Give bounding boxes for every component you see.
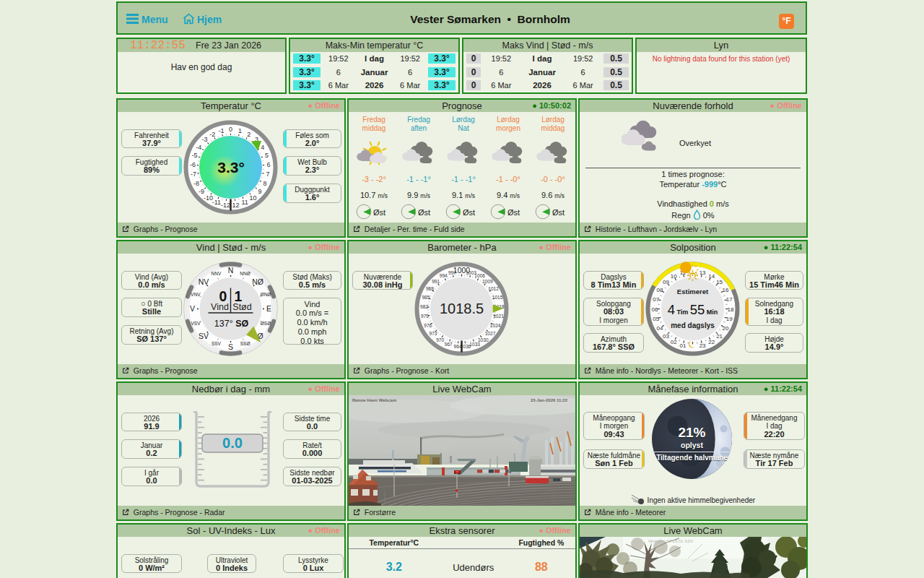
svg-text:1018.5: 1018.5 bbox=[440, 301, 484, 316]
svg-text:-7: -7 bbox=[191, 171, 196, 178]
svg-text:1006: 1006 bbox=[474, 273, 485, 278]
svg-text:Rønne Havn Webcam: Rønne Havn Webcam bbox=[352, 398, 396, 402]
svg-text:19: 19 bbox=[726, 316, 733, 322]
svg-text:10: 10 bbox=[671, 273, 677, 280]
svg-text:-10: -10 bbox=[204, 194, 213, 202]
svg-text:NNØ: NNØ bbox=[240, 271, 250, 276]
svg-text:-6: -6 bbox=[190, 161, 196, 168]
svg-text:8: 8 bbox=[263, 180, 267, 187]
svg-text:1009: 1009 bbox=[482, 279, 493, 284]
svg-text:3.3°: 3.3° bbox=[217, 159, 245, 176]
svg-text:1027: 1027 bbox=[485, 331, 496, 336]
svg-text:V: V bbox=[190, 304, 195, 313]
svg-text:04: 04 bbox=[657, 325, 663, 332]
svg-text:SV: SV bbox=[199, 332, 209, 340]
svg-text:VSV: VSV bbox=[191, 321, 201, 326]
svg-text:985: 985 bbox=[422, 295, 430, 300]
svg-text:-5: -5 bbox=[192, 152, 198, 159]
svg-text:970: 970 bbox=[436, 337, 444, 342]
svg-text:Øst: Øst bbox=[418, 208, 430, 217]
svg-text:10: 10 bbox=[249, 194, 256, 202]
svg-text:1015: 1015 bbox=[492, 295, 503, 300]
svg-text:979: 979 bbox=[421, 314, 429, 319]
svg-text:22: 22 bbox=[708, 339, 715, 345]
svg-text:NV: NV bbox=[199, 277, 209, 286]
svg-text:med dagslys: med dagslys bbox=[671, 322, 715, 329]
svg-text:1021: 1021 bbox=[493, 314, 504, 319]
svg-text:S: S bbox=[228, 342, 233, 351]
svg-text:-4: -4 bbox=[196, 144, 201, 151]
svg-text:-12: -12 bbox=[221, 202, 230, 209]
svg-text:03: 03 bbox=[663, 333, 669, 340]
svg-text:-1: -1 bbox=[218, 127, 224, 134]
svg-text:976: 976 bbox=[424, 323, 432, 328]
svg-text:982: 982 bbox=[420, 304, 428, 309]
svg-text:NØ: NØ bbox=[252, 277, 263, 286]
svg-text:13: 13 bbox=[699, 269, 706, 276]
svg-text:991: 991 bbox=[432, 279, 440, 284]
svg-text:Webcam 07:26:01 SSV: Webcam 07:26:01 SSV bbox=[648, 539, 693, 543]
svg-text:Øst: Øst bbox=[552, 208, 565, 217]
svg-text:07: 07 bbox=[653, 296, 659, 303]
svg-text:994: 994 bbox=[440, 273, 448, 278]
svg-text:SSV: SSV bbox=[212, 341, 222, 346]
svg-text:Vind: Vind bbox=[211, 302, 229, 312]
svg-text:18: 18 bbox=[728, 306, 734, 313]
svg-text:NNV: NNV bbox=[212, 271, 222, 276]
svg-text:16: 16 bbox=[723, 287, 729, 293]
svg-text:137° SØ: 137° SØ bbox=[214, 319, 249, 329]
svg-text:5: 5 bbox=[265, 152, 269, 159]
svg-text:7: 7 bbox=[266, 171, 270, 178]
svg-text:VNV: VNV bbox=[191, 292, 201, 297]
svg-text:9: 9 bbox=[258, 188, 262, 195]
svg-text:4: 4 bbox=[261, 144, 264, 151]
svg-text:08: 08 bbox=[657, 287, 663, 293]
svg-text:0: 0 bbox=[229, 126, 232, 133]
svg-text:Øst: Øst bbox=[507, 208, 520, 217]
svg-text:09: 09 bbox=[663, 279, 669, 285]
svg-text:0.0: 0.0 bbox=[222, 435, 243, 451]
svg-text:01: 01 bbox=[679, 342, 686, 349]
svg-text:1: 1 bbox=[238, 127, 242, 134]
svg-text:967: 967 bbox=[445, 342, 453, 347]
svg-text:2: 2 bbox=[247, 131, 250, 138]
svg-text:06: 06 bbox=[652, 306, 658, 313]
svg-text:SSØ: SSØ bbox=[240, 341, 250, 346]
svg-text:E: E bbox=[266, 304, 271, 313]
svg-text:1012: 1012 bbox=[488, 286, 499, 291]
svg-text:Estimeret: Estimeret bbox=[677, 288, 709, 296]
svg-text:14: 14 bbox=[708, 273, 715, 280]
svg-text:-2: -2 bbox=[209, 131, 215, 138]
svg-text:20: 20 bbox=[723, 325, 729, 332]
svg-text:ØNØ: ØNØ bbox=[261, 292, 271, 297]
svg-text:23-Jan-2026 11:22: 23-Jan-2026 11:22 bbox=[531, 398, 568, 402]
svg-text:15: 15 bbox=[716, 279, 723, 285]
svg-text:-9: -9 bbox=[199, 188, 204, 195]
svg-text:6: 6 bbox=[266, 161, 270, 168]
svg-text:12: 12 bbox=[232, 202, 239, 209]
svg-text:17: 17 bbox=[726, 296, 733, 303]
svg-text:Øst: Øst bbox=[463, 208, 475, 217]
svg-text:ØSØ: ØSØ bbox=[261, 321, 271, 326]
svg-text:988: 988 bbox=[426, 286, 434, 291]
svg-text:02: 02 bbox=[671, 339, 677, 345]
svg-text:21: 21 bbox=[716, 333, 723, 340]
svg-text:Øst: Øst bbox=[373, 208, 385, 217]
svg-text:05: 05 bbox=[653, 316, 659, 322]
svg-text:973: 973 bbox=[429, 331, 437, 336]
svg-text:-11: -11 bbox=[212, 199, 221, 206]
svg-text:N: N bbox=[228, 266, 234, 275]
svg-text:Stød: Stød bbox=[232, 302, 251, 312]
svg-text:11: 11 bbox=[241, 199, 248, 206]
svg-text:23: 23 bbox=[699, 342, 706, 349]
svg-text:-8: -8 bbox=[193, 180, 199, 187]
svg-text:1033: 1033 bbox=[469, 342, 480, 347]
svg-text:1024: 1024 bbox=[490, 323, 501, 328]
svg-text:-3: -3 bbox=[202, 136, 208, 143]
